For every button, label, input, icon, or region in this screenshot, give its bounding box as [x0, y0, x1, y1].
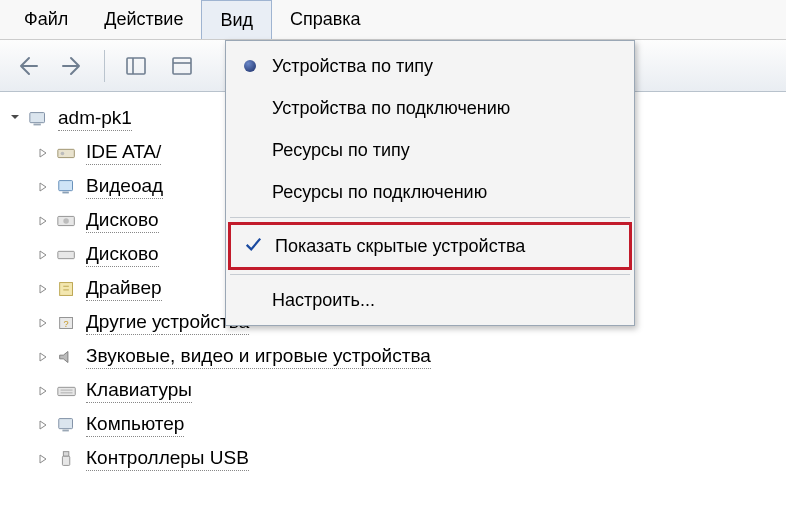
dropdown-highlight-box: Показать скрытые устройства: [228, 222, 632, 270]
check-icon: [244, 235, 262, 258]
svg-rect-13: [60, 283, 73, 296]
usb-icon: [54, 448, 80, 470]
expand-icon[interactable]: [36, 418, 50, 432]
menu-view[interactable]: Вид: [201, 0, 272, 39]
display-adapter-icon: [54, 176, 80, 198]
menu-file-label: Файл: [24, 9, 68, 30]
menu-help[interactable]: Справка: [272, 0, 379, 39]
dropdown-resources-by-connection[interactable]: Ресурсы по подключению: [228, 171, 632, 213]
tree-item-label: IDE ATA/: [86, 141, 161, 165]
tree-item-label: Звуковые, видео и игровые устройства: [86, 345, 431, 369]
dropdown-resources-by-type[interactable]: Ресурсы по типу: [228, 129, 632, 171]
view-dropdown: Устройства по типу Устройства по подключ…: [225, 40, 635, 326]
svg-rect-21: [63, 452, 69, 457]
panel-icon: [124, 54, 148, 78]
expand-icon[interactable]: [36, 282, 50, 296]
menubar: Файл Действие Вид Справка: [0, 0, 786, 40]
tree-item[interactable]: Звуковые, видео и игровые устройства: [36, 340, 786, 374]
back-button[interactable]: [6, 47, 48, 85]
dropdown-label: Показать скрытые устройства: [275, 236, 615, 257]
disk-drive-icon: [54, 210, 80, 232]
expand-icon[interactable]: [36, 248, 50, 262]
keyboard-icon: [54, 380, 80, 402]
svg-text:?: ?: [64, 319, 69, 329]
menu-file[interactable]: Файл: [6, 0, 86, 39]
svg-rect-8: [59, 181, 73, 191]
menu-action-label: Действие: [104, 9, 183, 30]
menu-view-label: Вид: [220, 10, 253, 31]
expand-icon[interactable]: [36, 214, 50, 228]
forward-button[interactable]: [52, 47, 94, 85]
sound-icon: [54, 346, 80, 368]
tree-item-label: Видеоад: [86, 175, 163, 199]
svg-rect-0: [127, 58, 145, 74]
expand-icon[interactable]: [36, 384, 50, 398]
svg-rect-2: [173, 58, 191, 74]
toolbar-panel2-button[interactable]: [161, 47, 203, 85]
svg-rect-5: [34, 124, 41, 126]
arrow-right-icon: [61, 54, 85, 78]
svg-point-7: [61, 152, 65, 156]
tree-item-label: Клавиатуры: [86, 379, 192, 403]
dropdown-label: Ресурсы по подключению: [272, 182, 618, 203]
expand-icon[interactable]: [36, 146, 50, 160]
dropdown-label: Устройства по подключению: [272, 98, 618, 119]
tree-item-label: Компьютер: [86, 413, 184, 437]
svg-rect-22: [62, 456, 69, 465]
svg-rect-4: [30, 113, 45, 123]
collapse-icon[interactable]: [8, 112, 22, 126]
menu-help-label: Справка: [290, 9, 361, 30]
ide-icon: [54, 142, 80, 164]
tree-item[interactable]: Клавиатуры: [36, 374, 786, 408]
expand-icon[interactable]: [36, 350, 50, 364]
toolbar-separator: [104, 50, 105, 82]
dropdown-devices-by-connection[interactable]: Устройства по подключению: [228, 87, 632, 129]
tree-item-label: Контроллеры USB: [86, 447, 249, 471]
radio-selected-icon: [244, 60, 256, 72]
dropdown-show-hidden[interactable]: Показать скрытые устройства: [231, 225, 629, 267]
dropdown-label: Ресурсы по типу: [272, 140, 618, 161]
svg-rect-16: [58, 387, 75, 395]
tree-item-label: Драйвер: [86, 277, 162, 301]
dropdown-label: Настроить...: [272, 290, 618, 311]
svg-rect-9: [62, 192, 68, 194]
tree-root-label: adm-pk1: [58, 107, 132, 131]
tree-item-label: Дисково: [86, 209, 159, 233]
dropdown-customize[interactable]: Настроить...: [228, 279, 632, 321]
dropdown-devices-by-type[interactable]: Устройства по типу: [228, 45, 632, 87]
svg-rect-6: [58, 149, 75, 157]
dropdown-label: Устройства по типу: [272, 56, 618, 77]
tree-item[interactable]: Компьютер: [36, 408, 786, 442]
arrow-left-icon: [15, 54, 39, 78]
properties-icon: [170, 54, 194, 78]
dropdown-separator: [230, 217, 630, 218]
tree-item[interactable]: Контроллеры USB: [36, 442, 786, 476]
dropdown-separator: [230, 274, 630, 275]
expand-icon[interactable]: [36, 180, 50, 194]
svg-rect-19: [59, 419, 73, 429]
expand-icon[interactable]: [36, 316, 50, 330]
computer-icon: [26, 108, 52, 130]
other-devices-icon: ?: [54, 312, 80, 334]
svg-rect-12: [58, 251, 75, 258]
disk-icon: [54, 244, 80, 266]
expand-icon[interactable]: [36, 452, 50, 466]
svg-rect-20: [62, 430, 68, 432]
menu-action[interactable]: Действие: [86, 0, 201, 39]
computer-category-icon: [54, 414, 80, 436]
tree-item-label: Другие у: [86, 311, 162, 335]
tree-item-label: Дисково: [86, 243, 159, 267]
svg-point-11: [63, 218, 69, 224]
driver-icon: [54, 278, 80, 300]
toolbar-panel1-button[interactable]: [115, 47, 157, 85]
